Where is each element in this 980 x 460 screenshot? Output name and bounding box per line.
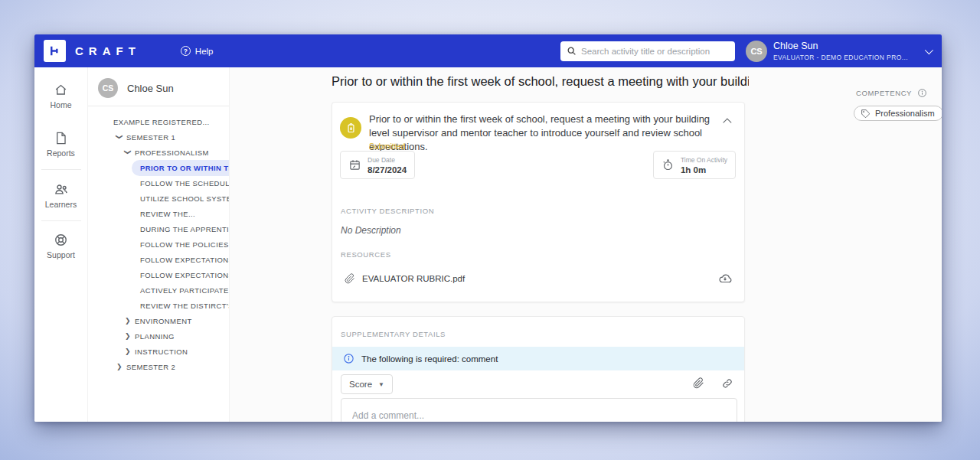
rail-label: Home — [50, 100, 71, 109]
craft-logo-icon[interactable] — [44, 40, 66, 62]
link-icon[interactable] — [721, 377, 733, 390]
tree-item-label: EXAMPLE REGISTERED... — [113, 118, 210, 126]
tree-item[interactable]: ❯ DURING THE APPRENTIC... — [88, 221, 229, 237]
required-notice-text: The following is required: comment — [361, 354, 498, 364]
tree-item[interactable]: ❯ REVIEW THE DISTIRCT'S... — [88, 298, 229, 313]
tree-item[interactable]: ❯ FOLLOW THE SCHEDULE... — [88, 175, 229, 191]
brand-name: CRAFT — [75, 44, 141, 57]
supplementary-card: SUPPLEMENTARY DETAILS The following is r… — [332, 316, 745, 422]
tree-item-label: PRIOR TO OR WITHIN TH... — [132, 160, 230, 176]
attach-file-icon[interactable] — [693, 377, 704, 390]
tree-item-label: REVIEW THE DISTIRCT'S... — [140, 302, 230, 310]
tree-item-label: UTILIZE SCHOOL SYSTEM... — [140, 194, 230, 203]
rail-label: Support — [47, 250, 75, 259]
cloud-download-icon[interactable] — [718, 272, 732, 285]
help-label: Help — [195, 47, 214, 56]
tree-item[interactable]: ❯ PLANNING — [88, 328, 229, 344]
tree-item[interactable]: ❯ FOLLOW EXPECTATIONS... — [88, 267, 229, 282]
sidebar-item-home[interactable]: Home — [34, 78, 87, 114]
due-date-value: 8/27/2024 — [368, 165, 407, 175]
tree-item[interactable]: ❯ UTILIZE SCHOOL SYSTEM... — [88, 191, 229, 206]
no-description-text: No Description — [341, 225, 401, 236]
tree-item-label: FOLLOW THE POLICIES... — [140, 240, 230, 249]
chevron-icon: ❯ — [125, 148, 135, 156]
avatar: CS — [746, 41, 767, 62]
search-input[interactable] — [581, 47, 729, 56]
comment-input[interactable] — [352, 410, 726, 421]
activity-description-heading: ACTIVITY DESCRIPTION — [341, 207, 434, 215]
search-icon — [567, 46, 577, 56]
competency-chip-label: Professionalism — [875, 109, 935, 118]
activity-tree-panel: CS Chloe Sun ❯ EXAMPLE REGISTERED... ❯ S… — [88, 67, 230, 422]
tree-item[interactable]: ❯ ENVIRONMENT — [88, 313, 229, 328]
tree-user-name: Chloe Sun — [127, 83, 174, 94]
time-label: Time On Activity — [681, 156, 727, 164]
help-button[interactable]: ? Help — [181, 46, 214, 56]
activity-card: Prior to or within the first week of sch… — [332, 102, 745, 302]
search-bar[interactable] — [560, 41, 735, 61]
info-icon[interactable] — [917, 88, 927, 98]
support-icon — [54, 233, 68, 247]
divider — [41, 169, 81, 170]
chevron-down-icon[interactable] — [925, 45, 933, 54]
tree-item[interactable]: ❯ INSTRUCTION — [88, 344, 229, 359]
home-icon — [54, 83, 68, 97]
tree-item[interactable]: ❯ SEMESTER 1 — [88, 129, 229, 145]
user-role: EVALUATOR - DEMO EDUCATION PRO... — [773, 54, 908, 61]
tag-icon — [861, 109, 871, 119]
tree-item-label: PROFESSIONALISM — [135, 148, 209, 157]
user-name: Chloe Sun — [773, 41, 908, 52]
assignment-icon — [340, 117, 361, 139]
sidebar-item-learners[interactable]: Learners — [34, 177, 87, 214]
tree-item[interactable]: ❯ FOLLOW EXPECTATIONS... — [88, 252, 229, 267]
chevron-icon: ❯ — [125, 332, 135, 340]
sidebar-item-support[interactable]: Support — [34, 228, 87, 264]
competency-chip[interactable]: Professionalism — [854, 106, 942, 121]
tree-item-label: ACTIVELY PARTICIPATE I... — [140, 286, 230, 295]
competency-label: COMPETENCY — [856, 89, 912, 97]
tree-item[interactable]: ❯ EXAMPLE REGISTERED... — [88, 114, 229, 129]
chevron-icon: ❯ — [125, 317, 135, 325]
activity-tree: ❯ EXAMPLE REGISTERED... ❯ SEMESTER 1 ❯ P… — [88, 114, 229, 374]
resource-file-link[interactable]: EVALUATOR RUBRIC.pdf — [362, 274, 465, 283]
comment-field-wrap — [341, 398, 737, 422]
due-date-box: Due Date 8/27/2024 — [340, 151, 415, 179]
reports-icon — [54, 131, 68, 145]
rail-label: Reports — [47, 148, 75, 158]
info-icon — [343, 353, 354, 364]
chevron-up-icon[interactable] — [723, 118, 731, 126]
tree-item[interactable]: ❯ SEMESTER 2 — [88, 359, 229, 374]
user-menu[interactable]: CS Chloe Sun EVALUATOR - DEMO EDUCATION … — [746, 41, 908, 62]
tree-item[interactable]: ❯ PROFESSIONALISM — [88, 145, 229, 160]
tree-item-label: FOLLOW EXPECTATIONS... — [140, 271, 230, 279]
tree-item-label: FOLLOW EXPECTATIONS... — [140, 256, 230, 264]
sidebar-item-reports[interactable]: Reports — [34, 126, 87, 162]
tree-item-label: FOLLOW THE SCHEDULE... — [140, 179, 230, 188]
resource-row: EVALUATOR RUBRIC.pdf — [332, 267, 744, 290]
tree-item[interactable]: ❯ PRIOR TO OR WITHIN TH... — [88, 160, 229, 175]
tree-item-label: PLANNING — [135, 332, 175, 341]
main-content: Prior to or within the first week of sch… — [230, 67, 942, 422]
tree-item[interactable]: ❯ FOLLOW THE POLICIES... — [88, 237, 229, 252]
page-title: Prior to or within the first week of sch… — [332, 74, 749, 89]
timer-icon — [662, 158, 675, 171]
tree-item[interactable]: ❯ ACTIVELY PARTICIPATE I... — [88, 282, 229, 298]
supplementary-heading: SUPPLEMENTARY DETAILS — [341, 330, 446, 338]
tree-item-label: ENVIRONMENT — [135, 317, 192, 325]
score-label: Score — [349, 380, 372, 389]
top-navbar: CRAFT ? Help CS Chloe Sun EVALUATOR - DE… — [34, 34, 942, 67]
craft-logo-glyph — [48, 44, 61, 57]
time-on-activity-box: Time On Activity 1h 0m — [653, 151, 736, 179]
competency-heading: COMPETENCY — [856, 88, 927, 98]
chevron-icon: ❯ — [116, 363, 126, 370]
learners-icon — [54, 181, 69, 197]
rail-label: Learners — [45, 200, 77, 209]
tree-item-label: REVIEW THE... — [140, 210, 195, 218]
activity-description-text: Prior to or within the first week of sch… — [369, 113, 723, 154]
divider — [41, 220, 81, 221]
score-dropdown[interactable]: Score ▼ — [341, 374, 393, 394]
time-value: 1h 0m — [681, 165, 727, 175]
tree-item[interactable]: ❯ REVIEW THE... — [88, 206, 229, 221]
paperclip-icon — [345, 273, 355, 284]
status-badge: Submitted — [369, 142, 405, 151]
